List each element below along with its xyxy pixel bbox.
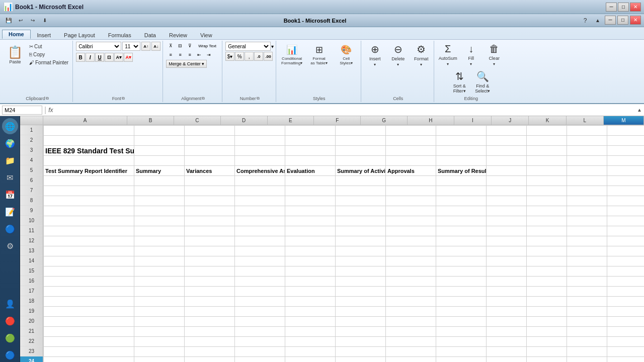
cell-a22[interactable] bbox=[44, 337, 134, 347]
cell-f7[interactable] bbox=[336, 186, 386, 196]
cell-d22[interactable] bbox=[235, 337, 285, 347]
cell-g6[interactable] bbox=[386, 176, 436, 186]
cell-d14[interactable] bbox=[235, 256, 285, 266]
cell-i9[interactable] bbox=[487, 206, 527, 216]
currency-button[interactable]: $▾ bbox=[225, 52, 234, 61]
row-12[interactable]: 12 bbox=[20, 236, 43, 246]
cell-k8[interactable] bbox=[567, 196, 607, 206]
row-19[interactable]: 19 bbox=[20, 306, 43, 316]
cell-h9[interactable] bbox=[436, 206, 487, 216]
increase-font-size-button[interactable]: A↑ bbox=[141, 42, 150, 51]
cell-e12[interactable] bbox=[285, 236, 336, 246]
cell-c4[interactable] bbox=[185, 156, 235, 166]
col-header-l[interactable]: L bbox=[567, 116, 604, 125]
cell-e3[interactable] bbox=[285, 146, 336, 156]
cell-f2[interactable] bbox=[336, 136, 386, 146]
cell-d10[interactable] bbox=[235, 216, 285, 226]
cell-a13[interactable] bbox=[44, 246, 134, 256]
row-21[interactable]: 21 bbox=[20, 326, 43, 336]
cell-i24[interactable] bbox=[487, 357, 527, 363]
cell-l8[interactable] bbox=[607, 196, 645, 206]
formula-bar-expand-icon[interactable]: ▲ bbox=[637, 107, 642, 113]
cell-f23[interactable] bbox=[336, 347, 386, 357]
cell-g14[interactable] bbox=[386, 256, 436, 266]
cell-j14[interactable] bbox=[527, 256, 567, 266]
cell-f16[interactable] bbox=[336, 277, 386, 287]
cell-h23[interactable] bbox=[436, 347, 487, 357]
cell-c15[interactable] bbox=[185, 266, 235, 277]
clear-button[interactable]: 🗑 Clear ▾ bbox=[484, 42, 505, 68]
cell-f19[interactable] bbox=[336, 307, 386, 317]
cell-j19[interactable] bbox=[527, 307, 567, 317]
cell-j1[interactable] bbox=[527, 126, 567, 136]
cell-i18[interactable] bbox=[487, 297, 527, 307]
cell-c14[interactable] bbox=[185, 256, 235, 266]
cell-e22[interactable] bbox=[285, 337, 336, 347]
cell-k10[interactable] bbox=[567, 216, 607, 226]
cell-j22[interactable] bbox=[527, 337, 567, 347]
cell-k22[interactable] bbox=[567, 337, 607, 347]
row-13[interactable]: 13 bbox=[20, 246, 43, 256]
cell-e17[interactable] bbox=[285, 287, 336, 297]
cell-i12[interactable] bbox=[487, 236, 527, 246]
cell-c19[interactable] bbox=[185, 307, 235, 317]
cell-i22[interactable] bbox=[487, 337, 527, 347]
cell-g24[interactable] bbox=[386, 357, 436, 363]
cell-g19[interactable] bbox=[386, 307, 436, 317]
formula-input[interactable] bbox=[55, 107, 635, 113]
cell-b19[interactable] bbox=[134, 307, 185, 317]
cell-g8[interactable] bbox=[386, 196, 436, 206]
dock-icon-3[interactable]: 📁 bbox=[2, 152, 18, 168]
cell-j13[interactable] bbox=[527, 246, 567, 256]
cell-b20[interactable] bbox=[134, 317, 185, 327]
cell-e21[interactable] bbox=[285, 327, 336, 337]
cell-h2[interactable] bbox=[436, 136, 487, 146]
cell-d8[interactable] bbox=[235, 196, 285, 206]
cell-h20[interactable] bbox=[436, 317, 487, 327]
cell-j9[interactable] bbox=[527, 206, 567, 216]
tab-view[interactable]: View bbox=[194, 31, 219, 39]
col-header-d[interactable]: D bbox=[221, 116, 268, 125]
cell-e7[interactable] bbox=[285, 186, 336, 196]
cell-b21[interactable] bbox=[134, 327, 185, 337]
cell-l23[interactable] bbox=[607, 347, 645, 357]
cell-g11[interactable] bbox=[386, 226, 436, 236]
cell-i5[interactable] bbox=[487, 166, 527, 176]
cell-e8[interactable] bbox=[285, 196, 336, 206]
dock-icon-10[interactable]: 🔴 bbox=[2, 313, 18, 329]
cell-b18[interactable] bbox=[134, 297, 185, 307]
cell-h22[interactable] bbox=[436, 337, 487, 347]
font-color-button[interactable]: A▾ bbox=[124, 53, 133, 62]
increase-indent-button[interactable]: ⇥ bbox=[204, 51, 213, 59]
cell-f17[interactable] bbox=[336, 287, 386, 297]
cell-h7[interactable] bbox=[436, 186, 487, 196]
cell-a12[interactable] bbox=[44, 236, 134, 246]
cell-h3[interactable] bbox=[436, 146, 487, 156]
tab-review[interactable]: Review bbox=[163, 31, 194, 39]
window-controls[interactable]: ─ □ ✕ bbox=[606, 3, 641, 12]
cell-k5[interactable] bbox=[567, 166, 607, 176]
cell-g18[interactable] bbox=[386, 297, 436, 307]
row-16[interactable]: 16 bbox=[20, 276, 43, 286]
cell-d16[interactable] bbox=[235, 277, 285, 287]
cell-c11[interactable] bbox=[185, 226, 235, 236]
cell-g20[interactable] bbox=[386, 317, 436, 327]
cell-d12[interactable] bbox=[235, 236, 285, 246]
cell-k18[interactable] bbox=[567, 297, 607, 307]
cell-f12[interactable] bbox=[336, 236, 386, 246]
cell-f10[interactable] bbox=[336, 216, 386, 226]
cell-h18[interactable] bbox=[436, 297, 487, 307]
cell-j24[interactable] bbox=[527, 357, 567, 363]
tab-formulas[interactable]: Formulas bbox=[102, 31, 138, 39]
cell-a15[interactable] bbox=[44, 266, 134, 277]
delete-dropdown-icon[interactable]: ▾ bbox=[397, 62, 399, 67]
cell-b23[interactable] bbox=[134, 347, 185, 357]
row-1[interactable]: 1 bbox=[20, 125, 43, 135]
delete-button[interactable]: ⊖ Delete ▾ bbox=[387, 42, 409, 68]
cell-f3[interactable] bbox=[336, 146, 386, 156]
cell-j16[interactable] bbox=[527, 277, 567, 287]
cell-j8[interactable] bbox=[527, 196, 567, 206]
dock-icon-4[interactable]: ✉ bbox=[2, 169, 18, 186]
cell-k23[interactable] bbox=[567, 347, 607, 357]
cell-k13[interactable] bbox=[567, 246, 607, 256]
